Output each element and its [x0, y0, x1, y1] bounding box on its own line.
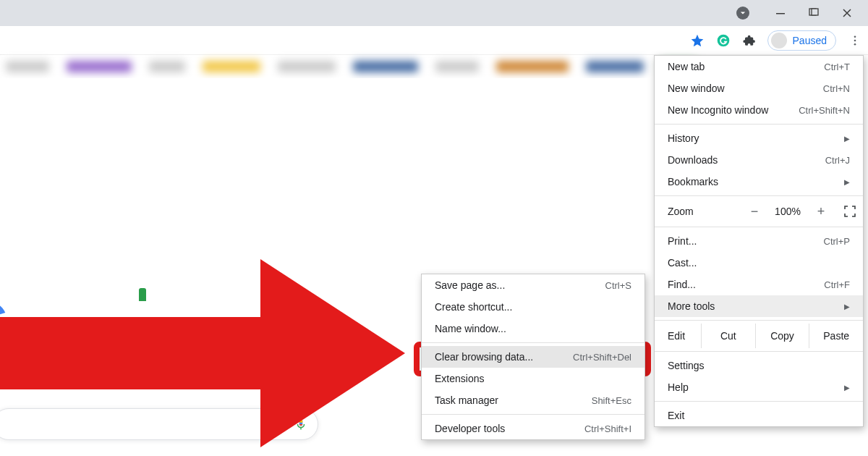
submenu-create-shortcut[interactable]: Create shortcut... — [422, 296, 644, 318]
menu-label: Create shortcut... — [435, 301, 512, 313]
edit-paste-button[interactable]: Paste — [809, 324, 863, 348]
menu-separator — [655, 320, 863, 321]
svg-rect-0 — [776, 13, 785, 14]
profile-status-label: Paused — [793, 35, 827, 46]
menu-label: Settings — [668, 360, 705, 371]
profile-paused-button[interactable]: Paused — [767, 30, 836, 51]
edit-copy-button[interactable]: Copy — [755, 324, 809, 348]
svg-rect-2 — [812, 9, 818, 15]
menu-help[interactable]: Help ▶ — [655, 376, 863, 398]
menu-label: Task manager — [435, 394, 498, 406]
menu-separator — [655, 195, 863, 196]
submenu-arrow-icon: ▶ — [844, 303, 850, 311]
menu-print[interactable]: Print... Ctrl+P — [655, 230, 863, 252]
chrome-main-menu: New tab Ctrl+T New window Ctrl+N New Inc… — [654, 55, 864, 427]
menu-downloads[interactable]: Downloads Ctrl+J — [655, 149, 863, 171]
tab-search-icon[interactable] — [736, 7, 749, 20]
zoom-in-button[interactable]: + — [811, 204, 831, 219]
menu-shortcut: Ctrl+Shift+I — [584, 423, 631, 434]
menu-label: History — [668, 132, 699, 144]
submenu-task-manager[interactable]: Task manager Shift+Esc — [422, 389, 644, 411]
menu-more-tools[interactable]: More tools ▶ — [655, 295, 863, 317]
zoom-out-button[interactable]: − — [744, 204, 765, 219]
svg-point-6 — [854, 43, 856, 45]
menu-history[interactable]: History ▶ — [655, 127, 863, 149]
submenu-developer-tools[interactable]: Developer tools Ctrl+Shift+I — [422, 418, 644, 439]
menu-shortcut: Ctrl+Shift+N — [799, 105, 850, 116]
extensions-puzzle-icon[interactable] — [741, 33, 757, 48]
menu-shortcut: Ctrl+P — [824, 236, 850, 247]
submenu-name-window[interactable]: Name window... — [422, 318, 644, 339]
browser-toolbar: Paused — [0, 26, 868, 55]
menu-cast[interactable]: Cast... — [655, 252, 863, 274]
menu-label: Extensions — [435, 373, 484, 384]
menu-new-tab[interactable]: New tab Ctrl+T — [655, 56, 863, 77]
menu-label: Downloads — [668, 154, 718, 166]
menu-separator — [655, 227, 863, 227]
edit-label: Edit — [655, 330, 701, 342]
edit-cut-button[interactable]: Cut — [701, 324, 755, 348]
menu-bookmarks[interactable]: Bookmarks ▶ — [655, 171, 863, 193]
submenu-arrow-icon: ▶ — [844, 178, 850, 186]
menu-separator — [422, 414, 644, 415]
close-button[interactable] — [830, 0, 864, 26]
menu-find[interactable]: Find... Ctrl+F — [655, 274, 863, 295]
menu-label: Clear browsing data... — [435, 351, 533, 363]
menu-label: New Incognito window — [668, 104, 768, 116]
menu-shortcut: Ctrl+T — [824, 62, 850, 72]
fullscreen-icon[interactable] — [844, 206, 856, 217]
menu-separator — [655, 401, 863, 402]
svg-point-5 — [854, 39, 856, 41]
svg-point-4 — [854, 35, 856, 38]
maximize-button[interactable] — [797, 0, 830, 26]
menu-label: Save page as... — [435, 279, 505, 291]
grammarly-extension-icon[interactable] — [715, 33, 731, 48]
menu-settings[interactable]: Settings — [655, 355, 863, 376]
menu-edit-row: Edit Cut Copy Paste — [655, 324, 863, 348]
menu-separator — [655, 351, 863, 352]
bookmark-star-icon[interactable] — [689, 33, 705, 48]
menu-label: Bookmarks — [668, 176, 718, 187]
menu-exit[interactable]: Exit — [655, 405, 863, 426]
menu-shortcut: Shift+Esc — [592, 395, 631, 406]
menu-label: Name window... — [435, 323, 506, 334]
more-menu-button[interactable] — [846, 32, 864, 49]
menu-new-window[interactable]: New window Ctrl+N — [655, 77, 863, 99]
menu-label: Exit — [668, 410, 684, 421]
menu-new-incognito[interactable]: New Incognito window Ctrl+Shift+N — [655, 99, 863, 121]
menu-shortcut: Ctrl+S — [605, 280, 631, 291]
submenu-clear-browsing-data[interactable]: Clear browsing data... Ctrl+Shift+Del — [422, 346, 644, 368]
submenu-save-page[interactable]: Save page as... Ctrl+S — [422, 274, 644, 296]
svg-point-3 — [717, 34, 729, 46]
menu-separator — [422, 342, 644, 343]
tutorial-arrow-annotation — [0, 259, 412, 447]
profile-avatar-icon — [771, 33, 787, 48]
menu-label: Help — [668, 381, 689, 393]
submenu-extensions[interactable]: Extensions — [422, 368, 644, 389]
zoom-label: Zoom — [668, 206, 694, 217]
minimize-button[interactable] — [764, 0, 797, 26]
menu-shortcut: Ctrl+F — [824, 279, 850, 290]
menu-label: Print... — [668, 235, 697, 247]
menu-separator — [655, 124, 863, 124]
google-logo-fragment — [139, 288, 146, 301]
menu-shortcut: Ctrl+N — [823, 83, 850, 94]
menu-label: Find... — [668, 279, 696, 290]
window-titlebar — [0, 0, 868, 26]
zoom-value: 100% — [772, 206, 804, 217]
menu-shortcut: Ctrl+J — [825, 155, 850, 166]
menu-label: Cast... — [668, 257, 697, 269]
menu-label: Developer tools — [435, 423, 505, 434]
menu-label: New tab — [668, 61, 705, 72]
submenu-arrow-icon: ▶ — [844, 135, 850, 143]
menu-label: New window — [668, 83, 725, 94]
menu-label: More tools — [668, 300, 715, 312]
menu-zoom-row: Zoom − 100% + — [655, 199, 863, 224]
menu-shortcut: Ctrl+Shift+Del — [573, 352, 631, 363]
more-tools-submenu: Save page as... Ctrl+S Create shortcut..… — [421, 274, 645, 440]
submenu-arrow-icon: ▶ — [844, 384, 850, 392]
